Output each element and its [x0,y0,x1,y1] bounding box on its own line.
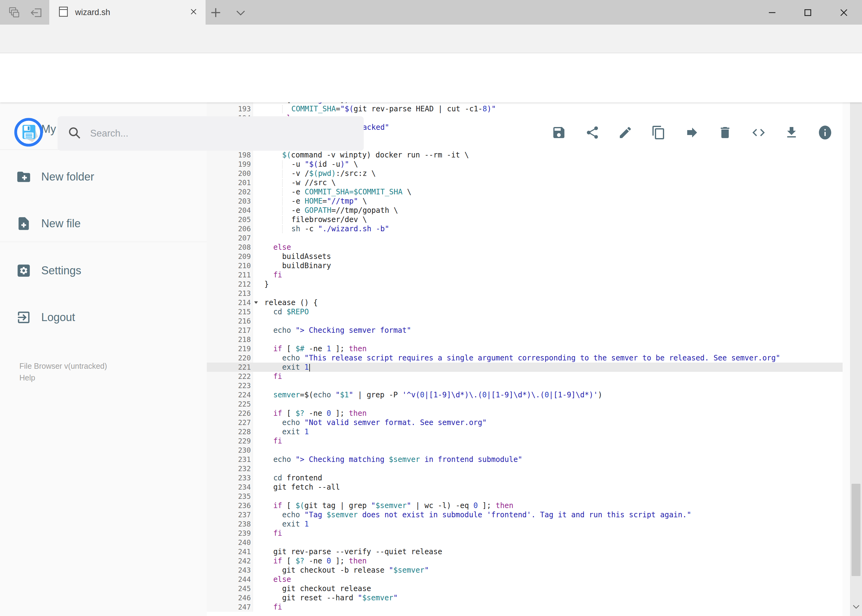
code-line[interactable]: 210 buildBinary [207,261,843,270]
code-line[interactable]: 193 COMMIT_SHA="$(git rev-parse HEAD | c… [207,104,843,113]
code-text: echo "> Checking matching $semver in fro… [253,455,522,464]
tab-preview-icon[interactable] [8,6,20,19]
sidebar-item-label: New file [41,217,80,230]
new-tab-button[interactable] [209,6,223,20]
code-line[interactable]: 244 else [207,575,843,584]
code-line[interactable]: 245 git checkout release [207,584,843,593]
info-button[interactable] [818,125,832,140]
code-line[interactable]: 236 if [ $(git tag | grep "$semver" | wc… [207,501,843,510]
search-input[interactable]: Search... [58,116,364,151]
sidebar-item-logout[interactable]: Logout [0,305,207,330]
code-line[interactable]: 220 echo "This release script requires a… [207,354,843,363]
code-line[interactable]: 216 [207,316,843,326]
code-line[interactable]: 229 fi [207,437,843,446]
code-text [253,399,264,409]
code-line[interactable]: 231 echo "> Checking matching $semver in… [207,455,843,464]
window-close-button[interactable] [833,6,855,20]
code-line[interactable]: 222 fi [207,372,843,381]
code-text: -e COMMIT_SHA=$COMMIT_SHA \ [253,187,411,196]
window-maximize-button[interactable] [797,6,819,20]
code-line[interactable]: 238 exit 1 [207,519,843,529]
help-link[interactable]: Help [19,372,107,383]
code-line[interactable]: 209 buildAssets [207,252,843,261]
code-line[interactable]: 217 echo "> Checking semver format" [207,326,843,335]
code-line[interactable]: 223 [207,381,843,390]
code-line[interactable]: 200 -v /$(pwd):/src:z \ [207,169,843,178]
code-line[interactable]: 239 fi [207,529,843,538]
code-line[interactable]: 237 echo "Tag $semver does not exist in … [207,510,843,519]
code-line[interactable]: 199 -u "$(id -u)" \ [207,160,843,169]
code-line[interactable]: 242 if [ $? -ne 0 ]; then [207,556,843,566]
code-line[interactable]: 232 [207,464,843,473]
code-line[interactable]: 213 [207,289,843,298]
copy-button[interactable] [651,125,666,140]
code-editor[interactable]: 192 if [ -d ".git" ]; then193 COMMIT_SHA… [207,102,843,616]
code-line[interactable]: 225 [207,399,843,409]
scrollbar-thumb[interactable] [851,484,860,576]
code-line[interactable]: 204 -e GOPATH=//tmp/gopath \ [207,206,843,215]
code-line[interactable]: 212} [207,280,843,289]
code-line[interactable]: 219 if [ $# -ne 1 ]; then [207,344,843,354]
code-text: sh -c "./wizard.sh -b" [253,224,389,233]
code-line[interactable]: 234 git fetch --all [207,482,843,492]
line-number: 213 [207,289,253,298]
code-line[interactable]: 203 -e HOME="//tmp" \ [207,196,843,206]
code-text: $(command -v winpty) docker run --rm -it… [253,150,469,160]
code-line[interactable]: 214release () { [207,298,843,307]
code-line[interactable]: 227 echo "Not valid semver format. See s… [207,418,843,427]
code-lines: 192 if [ -d ".git" ]; then193 COMMIT_SHA… [207,102,843,612]
line-number: 243 [207,566,253,575]
code-line[interactable]: 230 [207,446,843,455]
code-line[interactable]: 240 [207,538,843,547]
code-line[interactable]: 215 cd $REPO [207,307,843,316]
filebrowser-logo[interactable] [14,118,43,147]
code-line[interactable]: 221 exit 1 [207,363,843,372]
vertical-scrollbar[interactable] [850,53,862,616]
code-line[interactable]: 235 [207,492,843,501]
tab-list-chevron-icon[interactable] [235,7,247,19]
download-button[interactable] [784,125,799,140]
line-number: 238 [207,519,253,529]
sidebar-item-label: Settings [41,264,81,277]
move-button[interactable] [685,125,700,140]
code-line[interactable]: 202 -e COMMIT_SHA=$COMMIT_SHA \ [207,187,843,196]
code-line[interactable]: 205 filebrowser/dev \ [207,215,843,224]
share-file-button[interactable] [585,125,600,140]
window-minimize-button[interactable] [761,6,783,20]
code-line[interactable]: 206 sh -c "./wizard.sh -b" [207,224,843,233]
tab-close-icon[interactable] [189,8,198,17]
code-line[interactable]: 224 semver=$(echo "$1" | grep -P '^v(0|[… [207,390,843,399]
sidebar-item-new-folder[interactable]: New folder [0,164,207,190]
code-line[interactable]: 201 -w //src \ [207,178,843,187]
new-folder-icon [16,169,32,184]
code-text: if [ $(git tag | grep "$semver" | wc -l)… [253,501,513,510]
scroll-down-icon[interactable] [850,597,862,616]
fold-marker-icon[interactable] [254,302,258,304]
sidebar-item-new-file[interactable]: New file [0,211,207,236]
sidebar-item-label: Logout [41,311,75,324]
code-line[interactable]: 233 cd frontend [207,473,843,482]
code-text: cd frontend [253,473,322,482]
code-line[interactable]: 208 else [207,243,843,252]
code-view-button[interactable] [751,125,766,140]
code-text: git fetch --all [253,482,340,492]
code-line[interactable]: 211 fi [207,270,843,280]
code-line[interactable]: 218 [207,335,843,344]
code-line[interactable]: 207 [207,233,843,243]
line-number: 222 [207,372,253,381]
code-line[interactable]: 241 git rev-parse --verify --quiet relea… [207,547,843,556]
line-number: 202 [207,187,253,196]
code-line[interactable]: 198 $(command -v winpty) docker run --rm… [207,150,843,160]
sidebar-item-settings[interactable]: Settings [0,258,207,284]
code-line[interactable]: 226 if [ $? -ne 0 ]; then [207,409,843,418]
set-tabs-aside-icon[interactable] [30,6,43,19]
browser-tab[interactable]: wizard.sh [49,0,206,25]
save-button[interactable] [552,125,566,140]
code-line[interactable]: 243 git checkout -b release "$semver" [207,566,843,575]
delete-button[interactable] [718,125,733,140]
line-number: 208 [207,243,253,252]
edit-button[interactable] [618,125,633,140]
code-line[interactable]: 247 fi [207,602,843,612]
code-line[interactable]: 246 git reset --hard "$semver" [207,593,843,602]
code-line[interactable]: 228 exit 1 [207,427,843,437]
